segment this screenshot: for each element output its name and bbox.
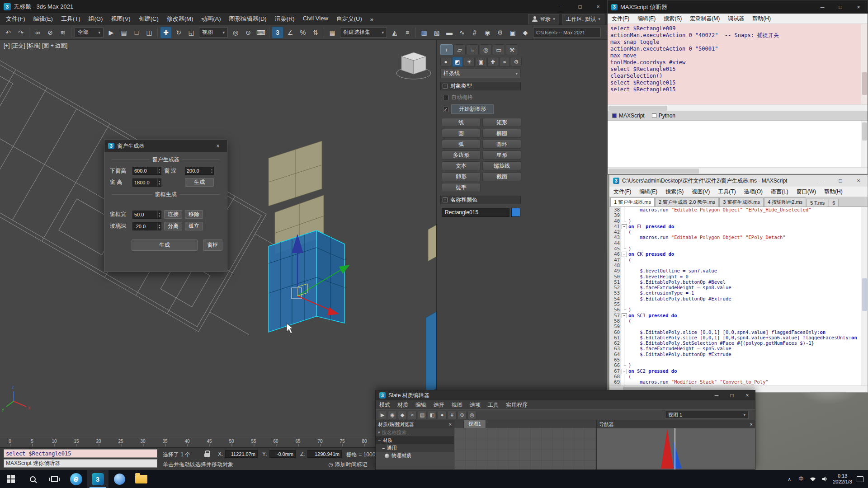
toolbar-overflow-icon[interactable]: » <box>603 27 607 38</box>
isolate-button[interactable]: 孤立 <box>185 222 203 230</box>
collapse-icon[interactable]: − <box>443 197 448 202</box>
select-and-move-icon[interactable]: ✚ <box>160 27 172 38</box>
menu-item-3[interactable]: 组(G) <box>85 14 107 24</box>
object-type-button-1[interactable]: 矩形 <box>482 118 521 127</box>
create-tab[interactable]: + <box>440 44 453 55</box>
window-crossing-toggle-icon[interactable]: ◫ <box>143 27 155 38</box>
search-button[interactable] <box>22 470 43 488</box>
maximize-icon[interactable]: □ <box>831 1 849 13</box>
editor-tab-3[interactable]: 4 按钮图画2.ms <box>764 197 806 206</box>
object-type-button-6[interactable]: 多边形 <box>442 150 481 160</box>
select-tool-icon[interactable]: ▶ <box>378 411 387 419</box>
collapse-icon[interactable]: − <box>443 84 448 89</box>
start-new-shape-row[interactable]: ✓ 开始新图形 <box>443 104 523 114</box>
hierarchy-tab[interactable]: ≡ <box>467 44 479 55</box>
listener-output-pane[interactable] <box>608 121 868 167</box>
menu-item-0[interactable]: 文件(F) <box>2 14 29 24</box>
navigator-thumbnail[interactable] <box>597 428 755 469</box>
editor-menu-6[interactable]: 语言(L) <box>767 187 793 197</box>
pick-material-icon[interactable]: ◉ <box>388 411 397 419</box>
search-input[interactable] <box>382 430 436 435</box>
helpers-category[interactable]: ✚ <box>487 57 498 67</box>
zoom-tool-icon[interactable]: ◎ <box>467 411 476 419</box>
window-plane-fragment[interactable] <box>428 225 436 261</box>
menu-item-9[interactable]: 渲染(R) <box>271 14 299 24</box>
project-folder-field[interactable]: C:\Users\··· Max 2021 <box>533 28 601 38</box>
selected-window-frame-object[interactable] <box>269 230 344 332</box>
generate-button[interactable]: 生成 <box>132 239 198 251</box>
listener-titlebar[interactable]: 3 MAXScript 侦听器 ─ □ × <box>608 0 868 14</box>
object-type-button-7[interactable]: 星形 <box>482 150 521 160</box>
detach-button[interactable]: 分离 <box>164 222 182 230</box>
select-object-icon[interactable]: ▶ <box>105 27 117 38</box>
frame-button[interactable]: 窗框 <box>203 239 222 251</box>
object-type-button-9[interactable]: 螺旋线 <box>482 161 521 170</box>
named-selection-sets-dropdown[interactable]: 创建选择集▾ <box>340 28 387 38</box>
minimize-icon[interactable]: ─ <box>553 1 571 13</box>
object-type-button-5[interactable]: 圆环 <box>482 140 521 149</box>
object-type-rollout[interactable]: − 对象类型 <box>440 82 521 90</box>
render-production-icon[interactable]: ◆ <box>519 27 531 38</box>
editor-menu-4[interactable]: 工具(T) <box>714 187 740 197</box>
hide-unused-slots-icon[interactable]: ◧ <box>428 411 437 419</box>
select-and-scale-icon[interactable]: ◱ <box>185 27 197 38</box>
close-icon[interactable]: × <box>449 422 452 427</box>
editor-menu-8[interactable]: 帮助(H) <box>820 187 847 197</box>
task-view-button[interactable] <box>43 470 65 488</box>
listener-tab-python[interactable]: Python <box>652 113 675 119</box>
select-by-name-icon[interactable]: ▤ <box>118 27 130 38</box>
macro-recorder-pane[interactable]: select $Rectangle009actionMan.executeAct… <box>608 24 868 104</box>
glass-depth-spinner[interactable]: -20.0▴▾ <box>132 222 161 230</box>
motion-tab[interactable]: ◎ <box>480 44 492 55</box>
slate-view-canvas[interactable]: 视图1 <box>454 420 596 469</box>
browser-app-icon[interactable] <box>108 470 130 488</box>
volume-icon[interactable] <box>821 476 828 482</box>
menu-item-6[interactable]: 修改器(M) <box>163 14 198 24</box>
editor-menu-7[interactable]: 窗口(W) <box>793 187 820 197</box>
menu-overflow-icon[interactable]: » <box>366 14 377 24</box>
workspace-dropdown[interactable]: 工作区: 默认▾ <box>562 14 604 24</box>
generate-window-button[interactable]: 生成 <box>185 178 214 187</box>
spline-type-dropdown[interactable]: 样条线 ▾ <box>440 69 521 78</box>
select-and-link-icon[interactable]: ∞ <box>32 27 43 38</box>
listener-menu-4[interactable]: 调试器 <box>724 14 748 23</box>
listener-menu-5[interactable]: 帮助(H) <box>748 14 775 23</box>
scrollbar[interactable] <box>608 104 868 111</box>
y-coordinate-field[interactable]: -0.0mm <box>269 450 296 458</box>
system-clock[interactable]: 0:13 2022/1/3 <box>833 473 852 485</box>
remove-button[interactable]: 移除 <box>185 210 203 219</box>
slate-menu-7[interactable]: 实用程序 <box>502 400 531 410</box>
frame-width-spinner[interactable]: 50.0▴▾ <box>132 211 161 219</box>
maximize-icon[interactable]: □ <box>724 390 740 400</box>
edge-app-icon[interactable]: e <box>65 470 87 488</box>
code-editor-pane[interactable]: 38 macros.run "Editable Polygon Object" … <box>609 207 861 385</box>
edit-named-selection-sets-icon[interactable]: ▦ <box>326 27 338 38</box>
rectangular-selection-region-icon[interactable]: □ <box>131 27 142 38</box>
name-color-rollout[interactable]: − 名称和颜色 <box>440 196 521 204</box>
listener-menu-0[interactable]: 文件(F) <box>608 14 633 23</box>
toggle-scene-explorer-icon[interactable]: ▥ <box>418 27 430 38</box>
search-row[interactable]: ▾ <box>376 428 454 436</box>
snaps-toggle-3d-icon[interactable]: 3 <box>272 27 283 38</box>
lights-category[interactable]: ☀ <box>464 57 475 67</box>
listener-menu-1[interactable]: 编辑(E) <box>633 14 660 23</box>
selection-filter-dropdown[interactable]: 全部▾ <box>75 28 104 38</box>
connect-button[interactable]: 连接 <box>164 210 182 219</box>
editor-tab-0[interactable]: 1 窗户生成器.ms <box>610 197 655 206</box>
start-new-shape-button[interactable]: 开始新图形 <box>451 104 494 114</box>
angle-snap-icon[interactable]: ∠ <box>284 27 296 38</box>
menu-item-7[interactable]: 动画(A) <box>197 14 225 24</box>
editor-tab-1[interactable]: 2 窗户生成器 2.0 教学.ms <box>655 197 719 206</box>
material-editor-icon[interactable]: ◉ <box>481 27 493 38</box>
x-coordinate-field[interactable]: 11221.07m <box>225 450 258 458</box>
autogrid-checkbox[interactable] <box>443 95 448 100</box>
assign-material-icon[interactable]: ◆ <box>398 411 407 419</box>
start-button[interactable] <box>0 470 22 488</box>
display-tab[interactable]: ▭ <box>493 44 505 55</box>
editor-menu-0[interactable]: 文件(F) <box>609 187 635 197</box>
editor-menu-1[interactable]: 编辑(E) <box>635 187 661 197</box>
select-and-manipulate-icon[interactable]: ⊙ <box>242 27 254 38</box>
scrollbar[interactable] <box>608 167 868 174</box>
ime-indicator[interactable]: 中 <box>797 475 805 483</box>
physical-material-item[interactable]: 物理材质 <box>376 452 454 460</box>
